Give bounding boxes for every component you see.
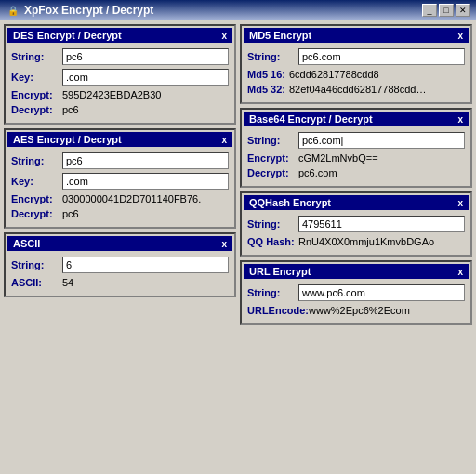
base64-encrypt-value: cGM2LmNvbQ== [298,152,465,164]
des-encrypt-value: 595D2423EBDA2B30 [62,89,229,100]
aes-key-row: Key: [11,173,229,190]
des-string-label: String: [11,51,62,62]
aes-panel: AES Encrypt / Decrypt x String: Key: Enc… [4,128,236,229]
base64-string-row: String: [247,132,465,149]
base64-decrypt-label: Decrypt: [247,167,298,178]
qqhash-value-row: QQ Hash: RnU4X0X0mmju1KmvbDGAo [247,236,465,247]
qqhash-panel-body: String: QQ Hash: RnU4X0X0mmju1KmvbDGAo [244,214,469,253]
url-panel: URL Encrypt x String: URLEncode: www%2Ep… [240,260,472,325]
title-bar: 🔒 XpFox Encrypt / Decrypt _ □ ✕ [0,0,476,20]
ascii-panel-body: String: ASCII: 54 [7,255,232,294]
aes-key-input[interactable] [62,173,229,190]
des-key-row: Key: [11,69,229,86]
base64-string-input[interactable] [298,132,465,149]
qqhash-value: RnU4X0X0mmju1KmvbDGAo [298,236,465,247]
base64-decrypt-value: pc6.com [298,167,465,178]
qqhash-string-label: String: [247,218,298,230]
des-key-input[interactable] [62,69,229,86]
ascii-string-input[interactable] [62,257,229,273]
aes-panel-header: AES Encrypt / Decrypt x [7,132,232,147]
close-button[interactable]: ✕ [456,4,470,17]
aes-decrypt-label: Decrypt: [11,208,62,219]
window-title: XpFox Encrypt / Decrypt [24,4,153,17]
url-panel-header: URL Encrypt x [244,264,469,279]
aes-panel-title: AES Encrypt / Decrypt [13,134,122,145]
qqhash-value-label: QQ Hash: [247,236,298,247]
ascii-value-label: ASCII: [11,277,62,288]
base64-panel: Base64 Encrypt / Decrypt x String: Encry… [240,108,472,188]
maximize-button[interactable]: □ [439,4,454,17]
des-panel-body: String: Key: Encrypt: 595D2423EBDA2B30 D… [7,46,232,121]
url-panel-title: URL Encrypt [249,266,311,277]
md5-close-button[interactable]: x [457,31,463,41]
qqhash-panel-header: QQHash Encrypt x [244,195,469,210]
aes-string-row: String: [11,152,229,169]
url-encode-value: www%2Epc6%2Ecom [309,305,465,316]
base64-panel-body: String: Encrypt: cGM2LmNvbQ== Decrypt: p… [244,130,469,184]
main-content: DES Encrypt / Decrypt x String: Key: Enc… [0,20,476,474]
md5-16-label: Md5 16: [247,69,289,80]
base64-encrypt-label: Encrypt: [247,152,298,164]
aes-string-label: String: [11,155,62,166]
md5-panel-title: MD5 Encrypt [249,30,311,41]
aes-decrypt-row: Decrypt: pc6 [11,208,229,219]
minimize-button[interactable]: _ [422,4,437,17]
ascii-panel-title: ASCII [13,238,40,249]
md5-32-row: Md5 32: 82ef04a46cdd62817788cdd… [247,84,465,95]
des-string-input[interactable] [62,48,229,65]
ascii-panel-header: ASCII x [7,236,232,251]
des-panel-header: DES Encrypt / Decrypt x [7,28,232,43]
des-panel-title: DES Encrypt / Decrypt [13,30,122,41]
url-string-label: String: [247,287,298,298]
left-column: DES Encrypt / Decrypt x String: Key: Enc… [4,24,238,470]
md5-32-value: 82ef04a46cdd62817788cdd… [289,84,465,95]
md5-panel-header: MD5 Encrypt x [244,28,469,43]
qqhash-panel: QQHash Encrypt x String: QQ Hash: RnU4X0… [240,191,472,257]
md5-32-label: Md5 32: [247,84,289,95]
url-panel-body: String: URLEncode: www%2Epc6%2Ecom [244,283,469,322]
aes-key-label: Key: [11,176,62,187]
md5-16-row: Md5 16: 6cdd62817788cdd8 [247,69,465,80]
qqhash-string-input[interactable] [298,216,465,232]
aes-encrypt-row: Encrypt: 0300000041D2D701140FB76. [11,193,229,204]
md5-string-row: String: [247,48,465,65]
des-key-label: Key: [11,72,62,83]
des-close-button[interactable]: x [221,31,227,41]
ascii-value: 54 [62,277,229,288]
md5-panel: MD5 Encrypt x String: Md5 16: 6cdd628177… [240,24,472,104]
base64-string-label: String: [247,135,298,146]
base64-encrypt-row: Encrypt: cGM2LmNvbQ== [247,152,465,164]
aes-decrypt-value: pc6 [62,208,229,219]
base64-close-button[interactable]: x [457,114,463,125]
right-column: MD5 Encrypt x String: Md5 16: 6cdd628177… [238,24,472,470]
url-encode-label: URLEncode: [247,305,309,316]
aes-string-input[interactable] [62,152,229,169]
des-panel: DES Encrypt / Decrypt x String: Key: Enc… [4,24,236,125]
aes-panel-body: String: Key: Encrypt: 0300000041D2D70114… [7,151,232,225]
des-decrypt-value: pc6 [62,104,229,115]
aes-encrypt-value: 0300000041D2D701140FB76. [62,193,229,204]
md5-string-input[interactable] [298,48,465,65]
base64-panel-title: Base64 Encrypt / Decrypt [249,113,373,125]
aes-close-button[interactable]: x [221,135,227,145]
window-controls: _ □ ✕ [422,4,470,17]
app-icon: 🔒 [6,3,20,18]
md5-panel-body: String: Md5 16: 6cdd62817788cdd8 Md5 32:… [244,46,469,100]
base64-panel-header: Base64 Encrypt / Decrypt x [244,112,469,126]
url-string-row: String: [247,284,465,301]
des-encrypt-row: Encrypt: 595D2423EBDA2B30 [11,89,229,100]
ascii-string-label: String: [11,259,62,270]
qqhash-close-button[interactable]: x [457,198,463,208]
des-decrypt-label: Decrypt: [11,104,62,115]
ascii-value-row: ASCII: 54 [11,277,229,288]
ascii-panel: ASCII x String: ASCII: 54 [4,232,236,297]
url-encode-row: URLEncode: www%2Epc6%2Ecom [247,305,465,316]
md5-string-label: String: [247,51,298,62]
qqhash-string-row: String: [247,216,465,232]
des-decrypt-row: Decrypt: pc6 [11,104,229,115]
url-string-input[interactable] [298,284,465,301]
des-encrypt-label: Encrypt: [11,89,62,100]
url-close-button[interactable]: x [457,267,463,277]
des-string-row: String: [11,48,229,65]
ascii-close-button[interactable]: x [221,239,227,249]
